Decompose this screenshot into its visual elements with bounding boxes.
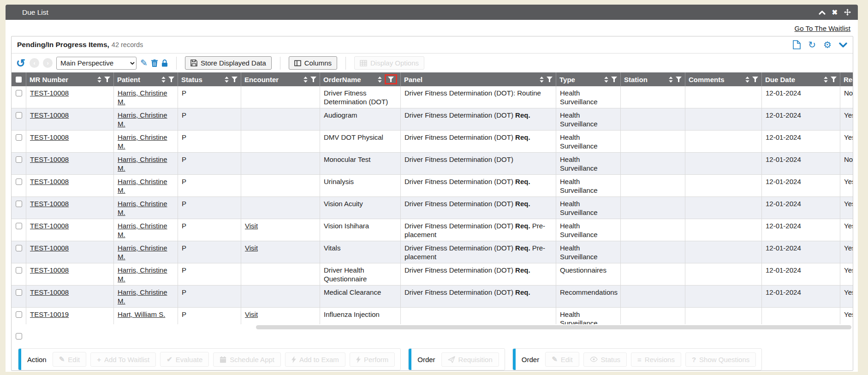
horizontal-scrollbar[interactable] [13, 325, 851, 329]
column-header-type[interactable]: Type [556, 72, 621, 86]
schedule-appt-button[interactable]: Schedule Appt [213, 352, 281, 367]
filter-icon[interactable] [752, 77, 758, 82]
window-titlebar[interactable]: Due List ✖ [6, 5, 858, 20]
show-questions-button[interactable]: ?Show Questions [685, 352, 756, 367]
column-header-req[interactable]: Req [840, 72, 853, 86]
sort-icon[interactable] [303, 77, 308, 83]
mr-number-link[interactable]: TEST-10008 [30, 133, 69, 141]
column-header-status[interactable]: Status [178, 72, 241, 86]
patient-link[interactable]: Harris, Christine M. [118, 222, 167, 238]
edit-button[interactable]: ✎Edit [53, 352, 86, 367]
row-checkbox[interactable] [16, 223, 22, 229]
sort-icon[interactable] [669, 77, 673, 83]
patient-link[interactable]: Harris, Christine M. [118, 178, 167, 194]
mr-number-link[interactable]: TEST-10008 [30, 89, 69, 97]
filter-icon[interactable] [310, 77, 316, 82]
lock-perspective-icon[interactable] [161, 59, 168, 67]
next-perspective-button[interactable]: › [43, 58, 53, 68]
requisition-button[interactable]: Requisition [441, 352, 499, 367]
perform-button[interactable]: Perform [350, 352, 395, 367]
patient-link[interactable]: Harris, Christine M. [118, 200, 167, 216]
close-icon[interactable]: ✖ [832, 8, 838, 17]
row-checkbox[interactable] [16, 267, 22, 274]
collapse-panel-icon[interactable] [839, 42, 847, 48]
status-button[interactable]: Status [583, 352, 627, 367]
column-header-mr[interactable]: MR Number [26, 72, 114, 86]
patient-link[interactable]: Harris, Christine M. [118, 266, 167, 283]
add-to-waitlist-button[interactable]: +Add To Waitlist [90, 352, 156, 367]
revisions-button[interactable]: ≡Revisions [631, 352, 681, 367]
encounter-link[interactable]: Visit [245, 222, 258, 230]
refresh-icon[interactable]: ↻ [808, 40, 816, 49]
perspective-select[interactable]: Main Perspective [56, 57, 137, 70]
filter-icon[interactable] [388, 77, 394, 82]
row-checkbox[interactable] [16, 134, 22, 141]
display-options-button[interactable]: Display Options [354, 56, 424, 70]
sort-icon[interactable] [540, 77, 544, 83]
row-checkbox[interactable] [16, 245, 22, 251]
row-checkbox[interactable] [16, 201, 22, 207]
sort-icon[interactable] [604, 77, 608, 83]
mr-number-link[interactable]: TEST-10008 [30, 155, 69, 163]
filter-icon[interactable] [676, 77, 682, 82]
patient-link[interactable]: Harris, Christine M. [118, 133, 167, 150]
collapse-icon[interactable] [819, 10, 826, 15]
mr-number-link[interactable]: TEST-10008 [30, 288, 69, 296]
undo-icon[interactable]: ↺ [16, 58, 25, 69]
patient-link[interactable]: Hart, William S. [118, 310, 165, 318]
go-to-waitlist-link[interactable]: Go To The Waitlist [795, 24, 850, 32]
edit-perspective-icon[interactable]: ✎ [140, 59, 148, 67]
mr-number-link[interactable]: TEST-10008 [30, 111, 69, 119]
filter-icon[interactable] [547, 77, 553, 82]
move-icon[interactable] [844, 8, 851, 16]
scrollbar-thumb[interactable] [256, 325, 851, 329]
settings-icon[interactable]: ⚙ [823, 40, 832, 49]
column-header-comments[interactable]: Comments [685, 72, 762, 86]
row-checkbox[interactable] [16, 90, 22, 96]
sort-icon[interactable] [97, 77, 101, 83]
patient-link[interactable]: Harris, Christine M. [118, 155, 167, 172]
delete-perspective-icon[interactable] [151, 60, 158, 67]
columns-button[interactable]: Columns [289, 56, 337, 70]
row-checkbox[interactable] [16, 179, 22, 185]
evaluate-button[interactable]: ✔Evaluate [160, 352, 209, 367]
footer-checkbox[interactable] [16, 333, 22, 339]
column-header-panel[interactable]: Panel [401, 72, 556, 86]
sort-icon[interactable] [378, 77, 382, 83]
column-header-due[interactable]: Due Date [762, 72, 840, 86]
patient-link[interactable]: Harris, Christine M. [118, 288, 167, 305]
column-header-encounter[interactable]: Encounter [241, 72, 320, 86]
row-checkbox[interactable] [16, 112, 22, 119]
add-to-exam-button[interactable]: Add to Exam [285, 352, 345, 367]
select-all-checkbox[interactable] [16, 77, 22, 83]
encounter-link[interactable]: Visit [245, 244, 258, 252]
mr-number-link[interactable]: TEST-10008 [30, 200, 69, 208]
row-checkbox[interactable] [16, 311, 22, 318]
encounter-link[interactable]: Visit [245, 310, 258, 318]
filter-icon[interactable] [168, 77, 174, 82]
column-header-station[interactable]: Station [621, 72, 685, 86]
filter-icon[interactable] [831, 77, 837, 82]
patient-link[interactable]: Harris, Christine M. [118, 89, 167, 106]
patient-link[interactable]: Harris, Christine M. [118, 244, 167, 261]
sort-icon[interactable] [161, 77, 166, 83]
mr-number-link[interactable]: TEST-10008 [30, 222, 69, 230]
column-header-patient[interactable]: Patient [114, 72, 178, 86]
filter-icon[interactable] [104, 77, 110, 82]
row-checkbox[interactable] [16, 156, 22, 163]
mr-number-link[interactable]: TEST-10008 [30, 244, 69, 252]
filter-icon[interactable] [611, 77, 617, 82]
filter-icon[interactable] [232, 77, 238, 82]
patient-link[interactable]: Harris, Christine M. [118, 111, 167, 128]
sort-icon[interactable] [824, 77, 828, 83]
edit-button[interactable]: ✎Edit [545, 352, 579, 367]
mr-number-link[interactable]: TEST-10008 [30, 266, 69, 274]
new-document-icon[interactable] [793, 40, 801, 49]
mr-number-link[interactable]: TEST-10019 [30, 310, 69, 318]
store-displayed-data-button[interactable]: Store Displayed Data [185, 56, 272, 70]
sort-icon[interactable] [225, 77, 229, 83]
column-header-order[interactable]: OrderName [320, 72, 401, 86]
prev-perspective-button[interactable]: ‹ [30, 58, 39, 68]
mr-number-link[interactable]: TEST-10008 [30, 178, 69, 185]
sort-icon[interactable] [745, 77, 749, 83]
